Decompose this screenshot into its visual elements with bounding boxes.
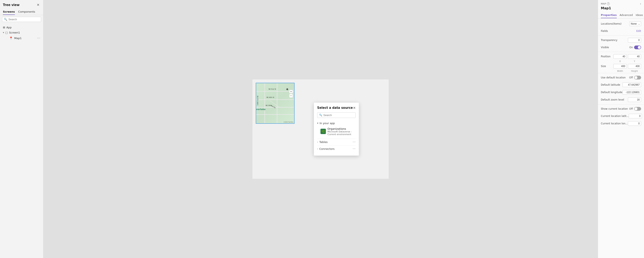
tab-advanced[interactable]: Advanced xyxy=(620,12,633,18)
tables-label: Tables xyxy=(319,141,328,144)
show-current-off-label: Off xyxy=(629,107,633,110)
panel-title: Tree view xyxy=(3,3,20,7)
in-your-app-label: In your app xyxy=(320,122,335,125)
tree-search-box: 🔍 xyxy=(2,17,41,22)
toggle-knob-default xyxy=(634,76,638,79)
tree-search-input[interactable] xyxy=(8,18,39,21)
component-tag: MAP ? xyxy=(601,2,610,5)
use-default-toggle-wrapper: Off xyxy=(629,76,641,79)
default-zoom-label: Default zoom level xyxy=(601,98,624,101)
size-row: Size xyxy=(598,62,644,70)
road-h1 xyxy=(256,91,294,92)
zoom-out-button[interactable]: − xyxy=(289,94,293,98)
close-panel-button[interactable]: ✕ xyxy=(36,3,40,7)
tab-ideas[interactable]: Ideas xyxy=(636,12,643,18)
right-panel-top: MAP ? › xyxy=(598,0,644,5)
panel-chevron-icon[interactable]: › xyxy=(640,2,641,5)
dialog-search-input[interactable] xyxy=(324,113,354,117)
fields-edit-link[interactable]: Edit xyxy=(636,30,641,33)
fields-row: Fields Edit xyxy=(598,28,644,35)
visible-label: Visible xyxy=(601,46,609,49)
visible-on-label: On xyxy=(629,46,633,49)
org-icon: 🌿 xyxy=(320,129,326,134)
road-v2 xyxy=(277,83,278,123)
position-label: Position xyxy=(601,55,610,58)
map-label-1: NE 51st St xyxy=(268,88,276,90)
map1-label: Map1 xyxy=(14,37,22,40)
tables-more-icon[interactable]: ··· xyxy=(352,140,356,144)
show-current-toggle-wrapper: Off xyxy=(629,107,641,111)
default-latitude-input[interactable] xyxy=(622,83,641,87)
properties-section: Locations(Items) None Fields Edit Transp… xyxy=(598,19,644,129)
map-copyright: ©2022 TomTom xyxy=(284,121,294,123)
use-default-toggle[interactable] xyxy=(634,76,641,79)
transparency-label: Transparency xyxy=(601,39,617,42)
position-y-input[interactable] xyxy=(628,54,641,59)
transparency-input[interactable] xyxy=(628,38,641,42)
tab-screens[interactable]: Screens xyxy=(3,9,15,15)
map-component[interactable]: NE 51st St NE 40th St NE 30th 148th Ave … xyxy=(256,83,294,124)
map-background: NE 51st St NE 40th St NE 30th 148th Ave … xyxy=(256,83,294,123)
locations-select-wrapper: None xyxy=(629,22,641,26)
tab-components[interactable]: Components xyxy=(18,9,35,15)
tree-item-screen1[interactable]: ▾ □ Screen1 xyxy=(0,30,43,35)
position-xy xyxy=(614,54,641,59)
locations-row: Locations(Items) None xyxy=(598,20,644,28)
left-panel: Tree view ✕ Screens Components 🔍 ⊞ App ▾… xyxy=(0,0,43,258)
show-current-toggle[interactable] xyxy=(634,107,641,111)
connectors-row[interactable]: › Connectors ··· xyxy=(317,146,356,152)
use-default-off-label: Off xyxy=(629,76,633,79)
dialog-header: Select a data source ✕ xyxy=(317,106,356,110)
size-height-input[interactable] xyxy=(628,64,641,68)
in-your-app-header[interactable]: ▾ In your app xyxy=(317,120,356,126)
zoom-in-button[interactable]: + xyxy=(289,90,293,93)
divider-2 xyxy=(598,52,644,52)
map-tag-label: MAP xyxy=(601,3,606,5)
map1-more-icon[interactable]: ··· xyxy=(37,36,40,40)
visible-toggle[interactable] xyxy=(634,46,641,49)
current-lat-row: Current location latit... xyxy=(598,112,644,120)
default-latitude-label: Default latitude xyxy=(601,83,620,86)
tables-row[interactable]: › Tables ··· xyxy=(317,139,356,146)
fields-label: Fields xyxy=(601,30,608,33)
default-zoom-input[interactable] xyxy=(628,97,641,102)
position-x-input[interactable] xyxy=(614,54,627,59)
size-width-input[interactable] xyxy=(614,64,627,68)
default-longitude-row: Default longitude xyxy=(598,89,644,96)
connectors-row-left: › Connectors xyxy=(317,147,334,150)
visible-toggle-wrapper: On xyxy=(629,46,641,49)
x-label: X xyxy=(614,60,627,62)
connectors-more-icon[interactable]: ··· xyxy=(352,147,356,151)
current-lon-label: Current location lon... xyxy=(601,122,628,125)
show-current-location-label: Show current location xyxy=(601,107,628,110)
current-lat-input[interactable] xyxy=(629,114,642,118)
map-label-2: NE 40th St xyxy=(266,97,274,98)
dialog-close-button[interactable]: ✕ xyxy=(353,106,356,110)
chevron-down-icon: ▾ xyxy=(3,31,4,34)
tree-item-map1[interactable]: 📍 Map1 ··· xyxy=(0,35,43,41)
road-h4 xyxy=(256,114,294,115)
tables-chevron-icon: › xyxy=(317,141,318,143)
size-wh xyxy=(614,64,641,68)
default-longitude-input[interactable] xyxy=(622,90,641,94)
locations-label: Locations(Items) xyxy=(601,22,622,25)
screen1-label: Screen1 xyxy=(9,31,20,34)
tab-properties[interactable]: Properties xyxy=(601,12,617,18)
screen-icon: □ xyxy=(5,31,8,34)
position-xy-labels: X Y xyxy=(598,60,644,62)
map-label-4: 148th Ave NE xyxy=(257,96,259,105)
visible-row: Visible On xyxy=(598,44,644,51)
width-label: Width xyxy=(614,70,627,72)
current-lon-input[interactable] xyxy=(628,121,641,126)
current-lat-label: Current location latit... xyxy=(601,115,629,117)
tree-search-icon: 🔍 xyxy=(4,18,7,21)
org-icon-symbol: 🌿 xyxy=(322,130,325,133)
connectors-chevron-icon: › xyxy=(317,148,318,150)
in-your-app-section: ▾ In your app 🌿 Organizations Microsoft … xyxy=(317,120,356,137)
locations-select[interactable]: None xyxy=(629,22,641,26)
tree-item-app[interactable]: ⊞ App xyxy=(0,25,43,30)
organizations-item[interactable]: 🌿 Organizations Microsoft Dataverse - Cu… xyxy=(317,126,356,137)
connectors-label: Connectors xyxy=(319,147,334,150)
help-icon[interactable]: ? xyxy=(607,2,610,5)
road-v1 xyxy=(264,83,265,123)
